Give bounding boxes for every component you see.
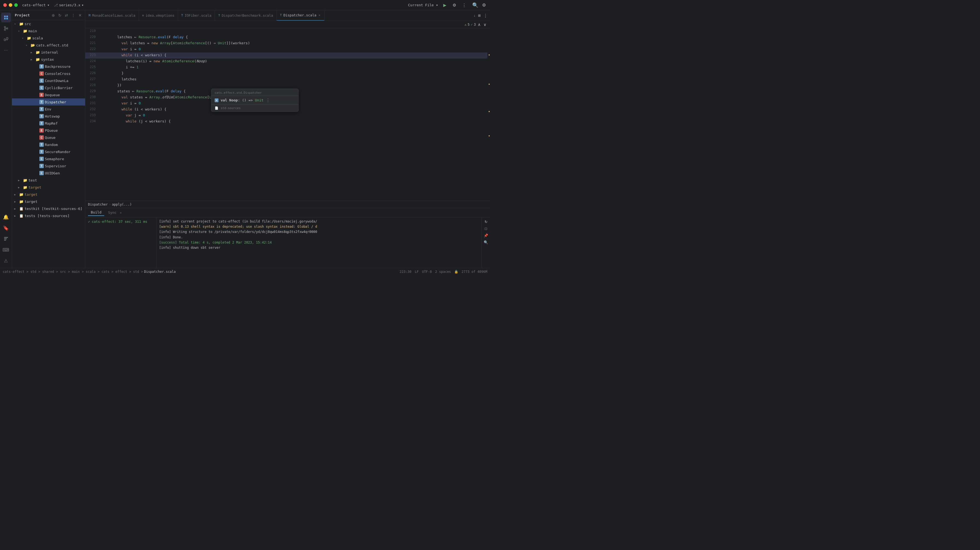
tab-dispatcherbenchmark[interactable]: T DispatcherBenchmark.scala xyxy=(215,10,277,21)
tree-item-test[interactable]: ▶ 📁 test xyxy=(12,176,85,184)
file-icon: ≡ xyxy=(142,14,144,17)
tree-item-countdown[interactable]: ▶ C CountDownLa xyxy=(12,77,85,84)
sidebar-sync-button[interactable]: ↻ xyxy=(58,13,62,18)
project-selector[interactable]: cats-effect ▾ xyxy=(22,3,49,7)
panel-pin-button[interactable]: 📌 xyxy=(483,233,489,238)
panel-sync-button[interactable]: ↻ xyxy=(483,219,489,225)
status-bar-right: 223:30 LF UTF-8 2 spaces 🔒 2773 of 4096M xyxy=(399,270,487,273)
status-path[interactable]: cats-effect > std > shared > src > main … xyxy=(3,270,176,273)
panel-log[interactable]: [info] set current project to cats-effec… xyxy=(156,217,482,268)
file-icon: T xyxy=(181,14,183,17)
panel-filter-button[interactable]: 🔍 xyxy=(483,240,489,245)
settings-run-button[interactable]: ⚙ xyxy=(452,2,457,8)
tree-item-cats-effect-std[interactable]: ▾ 📂 cats.effect.std xyxy=(12,41,85,49)
notifications-button[interactable]: 🔔 xyxy=(1,212,11,222)
run-config-dropdown-icon: ▾ xyxy=(436,3,438,7)
tree-item-scala[interactable]: ▾ 📁 scala xyxy=(12,35,85,41)
tree-item-queue[interactable]: ▶ C Queue xyxy=(12,134,85,141)
tree-item-main[interactable]: ▾ 📁 main xyxy=(12,27,85,35)
tree-item-random[interactable]: ▶ T Random xyxy=(12,141,85,148)
warning-badge[interactable]: ⚠ 5 ✓ 3 ∧ ∨ xyxy=(465,21,487,28)
structure-button[interactable] xyxy=(1,234,11,244)
branch-selector[interactable]: ⎇ series/3.x ▾ xyxy=(54,3,84,7)
more-run-options-button[interactable]: ⋮ xyxy=(461,2,467,8)
autocomplete-popup: cats.effect.std.Dispatcher v val Noop: (… xyxy=(211,89,299,112)
tree-item-testkit[interactable]: ▶ 📋 testkit [testkit-sources-6] xyxy=(12,205,85,212)
folder-icon: 📋 xyxy=(19,214,24,218)
close-tab-button[interactable]: ✕ xyxy=(318,13,321,17)
tree-item-cyclicbarrier[interactable]: ▶ C CyclicBarrier xyxy=(12,84,85,91)
tab-dispatcher[interactable]: T Dispatcher.scala ✕ xyxy=(277,10,325,21)
tree-item-securerandom[interactable]: ▶ T SecureRandor xyxy=(12,148,85,155)
sidebar-new-file-button[interactable]: ⊕ xyxy=(51,13,56,18)
tree-item-target-2[interactable]: ▶ 📁 target xyxy=(12,191,85,198)
scrollbar-marker-1 xyxy=(488,54,490,56)
tree-item-tests[interactable]: ▶ 📋 tests [tests-sources] xyxy=(12,212,85,219)
panel-tab-build[interactable]: Build xyxy=(88,209,104,216)
bookmarks-button[interactable]: 🔖 xyxy=(1,223,11,233)
tree-item-src[interactable]: ▾ 📁 src xyxy=(12,20,85,27)
ac-class-name: cats.effect.std.Dispatcher xyxy=(215,91,262,95)
tree-label: UUIDGen xyxy=(45,171,60,175)
status-lines[interactable]: 2773 of 4096M xyxy=(461,270,487,273)
tab-idea-vmoptions[interactable]: ≡ idea.vmoptions xyxy=(139,10,178,21)
panel-tab-sync-close[interactable]: ✕ xyxy=(120,211,122,215)
tree-item-supervisor[interactable]: ▶ T Supervisor xyxy=(12,162,85,170)
ac-item-noop[interactable]: v val Noop: () => Unit ⋮ xyxy=(212,96,298,105)
tabs-overflow-button[interactable]: ⋮ xyxy=(483,12,488,19)
code-area[interactable]: 219 220 latches ← Resource.eval(F delay … xyxy=(85,29,490,201)
maximize-window-button[interactable] xyxy=(14,3,18,7)
status-indent[interactable]: 2 spaces xyxy=(435,270,451,273)
tree-item-backpressure[interactable]: ▶ T Backpressure xyxy=(12,63,85,70)
tree-item-internal[interactable]: ▶ 📁 internal xyxy=(12,49,85,56)
folder-icon: 📁 xyxy=(27,36,31,40)
sidebar-close-button[interactable]: ✕ xyxy=(78,13,82,18)
tree-item-dequeue[interactable]: ▶ E Dequeue xyxy=(12,91,85,99)
tree-item-semaphore[interactable]: ▶ C Semaphore xyxy=(12,155,85,162)
vcs-button[interactable] xyxy=(1,24,11,33)
tabs-split-button[interactable]: ⊞ xyxy=(477,13,482,18)
navigate-up-button[interactable]: ∧ xyxy=(477,21,482,28)
problems-button[interactable]: ⚠ xyxy=(1,256,11,266)
scrollbar-track[interactable] xyxy=(487,29,490,201)
tree-item-target-1[interactable]: ▶ 📁 target xyxy=(12,184,85,191)
tree-item-dispatcher[interactable]: ▶ T Dispatcher xyxy=(12,99,85,105)
settings-button[interactable]: ⚙ xyxy=(481,2,487,8)
tab-iofiber[interactable]: T IOFiber.scala xyxy=(178,10,215,21)
tree-item-mapref[interactable]: ▶ T MapRef xyxy=(12,120,85,127)
tree-label: Backpressure xyxy=(45,65,70,68)
panel-tab-sync[interactable]: Sync ✕ xyxy=(105,210,124,216)
status-encoding[interactable]: UTF-8 xyxy=(422,270,432,273)
arrow-icon: ▶ xyxy=(14,200,18,203)
terminal-button[interactable]: ⌨ xyxy=(1,245,11,255)
more-tools-button[interactable]: ··· xyxy=(1,45,11,55)
tree-item-consolecross[interactable]: ▶ C ConsoleCross xyxy=(12,70,85,77)
tree-label: scala xyxy=(32,36,43,40)
breadcrumb-apply[interactable]: apply(...) xyxy=(112,203,132,207)
tree-item-hotswap[interactable]: ▶ T Hotswap xyxy=(12,113,85,120)
project-view-button[interactable] xyxy=(1,13,11,22)
tree-item-pqueue[interactable]: ▶ E PQueue xyxy=(12,127,85,134)
tree-item-uuidgen[interactable]: ▶ C UUIDGen xyxy=(12,170,85,176)
panel-stop-button[interactable]: □ xyxy=(483,226,489,232)
sidebar-expand-button[interactable]: ⇄ xyxy=(64,13,68,18)
status-position[interactable]: 223:30 xyxy=(399,270,411,273)
run-button[interactable]: ▶ xyxy=(442,2,447,8)
tab-monadcancellaws[interactable]: M MonadCancelLaws.scala xyxy=(85,10,139,21)
search-button[interactable]: 🔍 xyxy=(471,2,479,9)
status-encoding-text: UTF-8 xyxy=(422,270,432,273)
minimize-window-button[interactable] xyxy=(9,3,12,7)
run-config-selector[interactable]: Current File ▾ xyxy=(408,3,438,7)
breadcrumb-dispatcher[interactable]: Dispatcher xyxy=(88,203,108,207)
status-line-ending[interactable]: LF xyxy=(415,270,418,273)
plugins-button[interactable] xyxy=(1,35,11,44)
tree-item-syntax[interactable]: ▶ 📁 syntax xyxy=(12,56,85,63)
navigate-down-button[interactable]: ∨ xyxy=(483,21,487,28)
close-window-button[interactable] xyxy=(3,3,7,7)
ac-item-source[interactable]: 📄 std-sources xyxy=(212,105,298,111)
tabs-more-button[interactable]: ↓ xyxy=(473,13,476,18)
sidebar-more-button[interactable]: ⋮ xyxy=(71,13,76,18)
tree-item-env[interactable]: ▶ T Env xyxy=(12,105,85,113)
tree-item-target-3[interactable]: ▶ 📁 target xyxy=(12,198,85,205)
type-icon: T xyxy=(40,64,44,68)
